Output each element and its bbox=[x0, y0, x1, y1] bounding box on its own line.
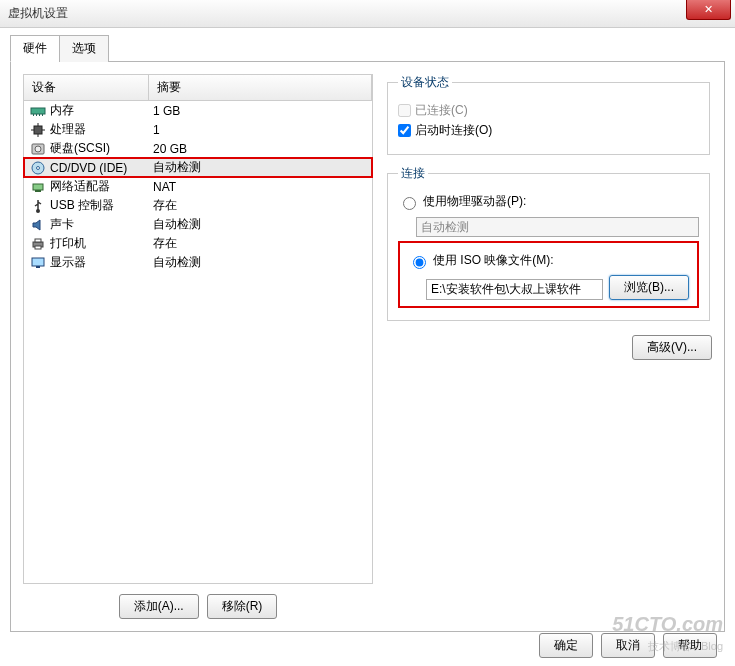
connected-checkbox bbox=[398, 104, 411, 117]
usb-icon bbox=[30, 198, 46, 214]
hdd-icon bbox=[30, 141, 46, 157]
physical-drive-row[interactable]: 使用物理驱动器(P): bbox=[398, 193, 699, 210]
svg-rect-21 bbox=[36, 266, 40, 268]
svg-rect-19 bbox=[35, 246, 41, 249]
device-list: 设备 摘要 内存 1 GB 处理器 1 硬盘(SCSI) 20 GB bbox=[23, 74, 373, 584]
iso-file-row[interactable]: 使用 ISO 映像文件(M): bbox=[408, 252, 689, 269]
remove-button[interactable]: 移除(R) bbox=[207, 594, 278, 619]
titlebar: 虚拟机设置 ✕ bbox=[0, 0, 735, 28]
browse-button[interactable]: 浏览(B)... bbox=[609, 275, 689, 300]
physical-drive-radio[interactable] bbox=[403, 197, 416, 210]
watermark-sub: 技术博客 · Blog bbox=[648, 639, 723, 654]
left-pane: 设备 摘要 内存 1 GB 处理器 1 硬盘(SCSI) 20 GB bbox=[23, 74, 373, 619]
svg-rect-2 bbox=[36, 114, 37, 116]
row-memory[interactable]: 内存 1 GB bbox=[24, 101, 372, 120]
ok-button[interactable]: 确定 bbox=[539, 633, 593, 658]
memory-icon bbox=[30, 103, 46, 119]
close-button[interactable]: ✕ bbox=[686, 0, 731, 20]
col-header-summary[interactable]: 摘要 bbox=[149, 75, 372, 100]
device-buttons: 添加(A)... 移除(R) bbox=[23, 594, 373, 619]
row-usb[interactable]: USB 控制器 存在 bbox=[24, 196, 372, 215]
iso-path-combo[interactable] bbox=[426, 279, 603, 300]
svg-rect-14 bbox=[33, 184, 43, 190]
cd-icon bbox=[30, 160, 46, 176]
svg-rect-18 bbox=[35, 239, 41, 242]
row-display[interactable]: 显示器 自动检测 bbox=[24, 253, 372, 272]
display-icon bbox=[30, 255, 46, 271]
content-area: 设备 摘要 内存 1 GB 处理器 1 硬盘(SCSI) 20 GB bbox=[10, 62, 725, 632]
row-cpu[interactable]: 处理器 1 bbox=[24, 120, 372, 139]
tab-hardware[interactable]: 硬件 bbox=[10, 35, 60, 62]
svg-rect-0 bbox=[31, 108, 45, 114]
cpu-icon bbox=[30, 122, 46, 138]
connection-group: 连接 使用物理驱动器(P): 使用 ISO 映像文件(M): 浏览(B)... bbox=[387, 165, 710, 321]
svg-point-13 bbox=[37, 166, 40, 169]
connect-poweron-checkbox[interactable] bbox=[398, 124, 411, 137]
watermark-main: 51CTO.com bbox=[612, 613, 723, 636]
sound-icon bbox=[30, 217, 46, 233]
advanced-button[interactable]: 高级(V)... bbox=[632, 335, 712, 360]
svg-rect-5 bbox=[34, 126, 42, 134]
connection-legend: 连接 bbox=[398, 165, 428, 182]
svg-rect-4 bbox=[42, 114, 43, 116]
tab-bar: 硬件 选项 bbox=[10, 34, 725, 62]
svg-point-11 bbox=[35, 146, 41, 152]
network-icon bbox=[30, 179, 46, 195]
svg-rect-20 bbox=[32, 258, 44, 266]
row-printer[interactable]: 打印机 存在 bbox=[24, 234, 372, 253]
iso-highlight-box: 使用 ISO 映像文件(M): 浏览(B)... bbox=[398, 241, 699, 308]
row-sound[interactable]: 声卡 自动检测 bbox=[24, 215, 372, 234]
connected-checkbox-row: 已连接(C) bbox=[398, 102, 699, 119]
svg-rect-3 bbox=[39, 114, 40, 116]
dialog-body: 硬件 选项 设备 摘要 内存 1 GB 处理器 1 bbox=[0, 28, 735, 666]
iso-file-radio[interactable] bbox=[413, 256, 426, 269]
svg-rect-1 bbox=[33, 114, 34, 116]
right-pane: 设备状态 已连接(C) 启动时连接(O) 连接 使用物理驱动器(P): bbox=[385, 74, 712, 619]
add-button[interactable]: 添加(A)... bbox=[119, 594, 199, 619]
printer-icon bbox=[30, 236, 46, 252]
row-network[interactable]: 网络适配器 NAT bbox=[24, 177, 372, 196]
svg-point-16 bbox=[36, 209, 40, 213]
tab-options[interactable]: 选项 bbox=[59, 35, 109, 62]
row-cddvd[interactable]: CD/DVD (IDE) 自动检测 bbox=[24, 158, 372, 177]
col-header-device[interactable]: 设备 bbox=[24, 75, 149, 100]
connect-poweron-row[interactable]: 启动时连接(O) bbox=[398, 122, 699, 139]
row-hdd[interactable]: 硬盘(SCSI) 20 GB bbox=[24, 139, 372, 158]
device-status-legend: 设备状态 bbox=[398, 74, 452, 91]
svg-rect-15 bbox=[35, 190, 41, 192]
list-header: 设备 摘要 bbox=[24, 75, 372, 101]
device-status-group: 设备状态 已连接(C) 启动时连接(O) bbox=[387, 74, 710, 155]
window-title: 虚拟机设置 bbox=[8, 5, 68, 22]
physical-drive-combo bbox=[416, 217, 699, 237]
